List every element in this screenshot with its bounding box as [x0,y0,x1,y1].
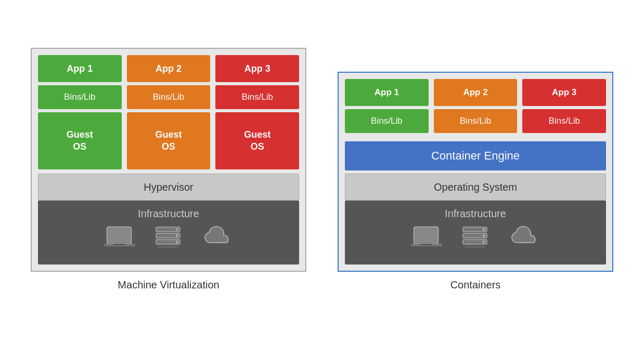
vm1-column: App 1 Bins/Lib GuestOS [38,55,122,169]
container-engine-row: Container Engine [345,141,606,170]
cont-infra-icons [410,225,541,255]
svg-rect-1 [108,228,130,243]
svg-point-18 [483,234,485,237]
cont-infra-label: Infrastructure [445,208,506,220]
os-row: Operating System [345,174,606,201]
hypervisor-row: Hypervisor [38,174,299,201]
vm3-app: App 3 [215,55,299,82]
cont-server-icon [459,225,492,255]
vm2-column: App 2 Bins/Lib GuestOS [127,55,211,169]
vm3-guestos: GuestOS [215,112,299,169]
containers-column: App 1 Bins/Lib App 2 Bins/Lib App 3 Bins… [338,72,613,291]
virt-infra-box: Infrastructure [38,201,299,264]
c2-column: App 2 Bins/Lib [434,79,518,133]
c2-app: App 2 [434,79,518,106]
svg-point-16 [483,228,485,231]
vm3-bins: Bins/Lib [215,85,299,109]
vm2-bins: Bins/Lib [127,85,211,109]
virt-infra-label: Infrastructure [138,208,199,220]
svg-rect-10 [158,246,178,248]
cloud-icon [201,225,234,255]
cont-laptop-icon [410,225,443,255]
c1-app: App 1 [345,79,429,106]
virt-box: App 1 Bins/Lib GuestOS App 2 Bins/Lib Gu… [31,48,306,272]
containers-label: Containers [450,279,501,291]
vm1-bins: Bins/Lib [38,85,122,109]
c3-column: App 3 Bins/Lib [522,79,606,133]
c1-bins: Bins/Lib [345,109,429,133]
vm1-app: App 1 [38,55,122,82]
svg-point-7 [176,234,178,237]
c3-bins: Bins/Lib [522,109,606,133]
cont-apps-row: App 1 Bins/Lib App 2 Bins/Lib App 3 Bins… [345,79,606,133]
vm2-guestos: GuestOS [127,112,211,169]
svg-rect-3 [113,244,125,245]
c2-bins: Bins/Lib [434,109,518,133]
laptop-icon [103,225,136,255]
svg-rect-21 [465,246,485,248]
c1-column: App 1 Bins/Lib [345,79,429,133]
virt-infra-icons [103,225,234,255]
svg-rect-14 [420,244,432,245]
container-box: App 1 Bins/Lib App 2 Bins/Lib App 3 Bins… [338,72,613,272]
vm-columns: App 1 Bins/Lib GuestOS App 2 Bins/Lib Gu… [38,55,299,169]
vm2-app: App 2 [127,55,211,82]
diagram-wrapper: App 1 Bins/Lib GuestOS App 2 Bins/Lib Gu… [10,37,634,307]
virt-label: Machine Virtualization [118,279,219,291]
machine-virtualization-column: App 1 Bins/Lib GuestOS App 2 Bins/Lib Gu… [31,48,306,291]
svg-point-5 [176,228,178,231]
c3-app: App 3 [522,79,606,106]
svg-point-20 [483,241,485,243]
svg-point-9 [176,241,178,243]
server-icon [152,225,185,255]
cont-cloud-icon [508,225,541,255]
svg-rect-12 [415,228,437,243]
vm3-column: App 3 Bins/Lib GuestOS [215,55,299,169]
cont-infra-box: Infrastructure [345,201,606,264]
vm1-guestos: GuestOS [38,112,122,169]
